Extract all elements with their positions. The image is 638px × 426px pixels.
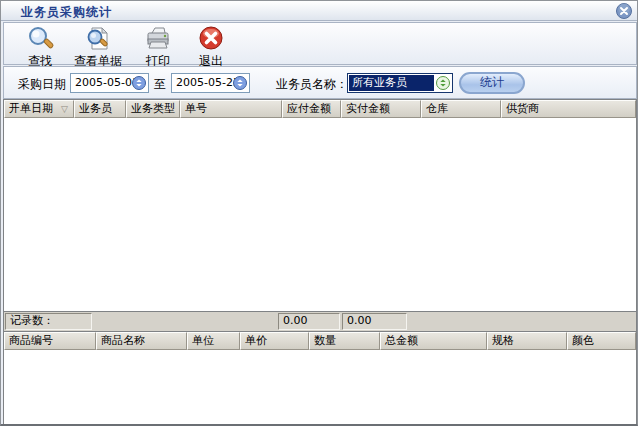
date-to-spinner-icon[interactable] xyxy=(233,76,247,90)
items-col-product-name[interactable]: 商品名称 xyxy=(96,332,187,350)
orders-table: 开单日期▽ 业务员 业务类型 单号 应付金额 实付金额 仓库 供货商 xyxy=(3,99,637,312)
date-to-input[interactable]: 2005-05-23 xyxy=(171,73,250,93)
purchase-date-label: 采购日期： xyxy=(18,76,78,93)
toolbar: 查找 查看单据 xyxy=(3,22,637,65)
items-table: 商品编号 商品名称 单位 单价 数量 总金额 规格 颜色 xyxy=(3,331,637,425)
orders-table-body[interactable] xyxy=(4,118,636,311)
orders-table-header: 开单日期▽ 业务员 业务类型 单号 应付金额 实付金额 仓库 供货商 xyxy=(4,100,636,118)
orders-col-order-no[interactable]: 单号 xyxy=(180,100,282,118)
items-col-total-amount[interactable]: 总金额 xyxy=(380,332,487,350)
window-title: 业务员采购统计 xyxy=(21,4,112,21)
orders-col-supplier[interactable]: 供货商 xyxy=(501,100,636,118)
salesman-dropdown-icon[interactable] xyxy=(436,76,450,90)
date-to-value: 2005-05-23 xyxy=(176,76,240,89)
exit-button[interactable]: 退出 xyxy=(188,25,234,70)
items-col-quantity[interactable]: 数量 xyxy=(309,332,380,350)
close-button[interactable] xyxy=(616,3,632,19)
orders-col-biz-type[interactable]: 业务类型 xyxy=(126,100,180,118)
print-button[interactable]: 打印 xyxy=(136,25,180,70)
app-window: 业务员采购统计 查找 xyxy=(0,0,638,426)
statistics-button[interactable]: 统计 xyxy=(459,72,525,94)
items-col-spec[interactable]: 规格 xyxy=(487,332,567,350)
print-icon xyxy=(136,25,180,53)
orders-col-salesman[interactable]: 业务员 xyxy=(74,100,126,118)
items-col-unit[interactable]: 单位 xyxy=(187,332,240,350)
paid-total-value: 0.00 xyxy=(342,313,407,330)
view-document-icon xyxy=(68,25,128,53)
items-table-header: 商品编号 商品名称 单位 单价 数量 总金额 规格 颜色 xyxy=(4,332,636,350)
date-from-spinner-icon[interactable] xyxy=(132,76,146,90)
record-count-label: 记录数： xyxy=(5,313,92,330)
title-bar: 业务员采购统计 xyxy=(1,1,637,21)
items-table-body[interactable] xyxy=(4,350,636,424)
orders-col-warehouse[interactable]: 仓库 xyxy=(421,100,501,118)
summary-row: 记录数： 0.00 0.00 xyxy=(3,312,637,331)
filter-bar: 采购日期： 2005-05-01 至 2005-05-23 xyxy=(3,66,637,99)
close-icon xyxy=(616,3,632,19)
salesman-selected-value: 所有业务员 xyxy=(349,75,434,91)
search-icon xyxy=(16,25,64,53)
view-document-button[interactable]: 查看单据 xyxy=(68,25,128,70)
items-col-unit-price[interactable]: 单价 xyxy=(240,332,309,350)
date-from-value: 2005-05-01 xyxy=(75,76,139,89)
salesman-select[interactable]: 所有业务员 xyxy=(347,73,453,93)
orders-col-paid[interactable]: 实付金额 xyxy=(341,100,421,118)
sort-icon[interactable]: ▽ xyxy=(61,104,68,114)
items-col-color[interactable]: 颜色 xyxy=(567,332,636,350)
date-from-input[interactable]: 2005-05-01 xyxy=(70,73,149,93)
salesman-name-label: 业务员名称： xyxy=(276,76,348,93)
payable-total-value: 0.00 xyxy=(278,313,340,330)
items-col-product-no[interactable]: 商品编号 xyxy=(4,332,96,350)
find-button[interactable]: 查找 xyxy=(16,25,64,70)
orders-col-payable[interactable]: 应付金额 xyxy=(282,100,341,118)
to-label: 至 xyxy=(154,76,166,93)
exit-icon xyxy=(188,25,234,53)
orders-col-order-date[interactable]: 开单日期▽ xyxy=(4,100,74,118)
